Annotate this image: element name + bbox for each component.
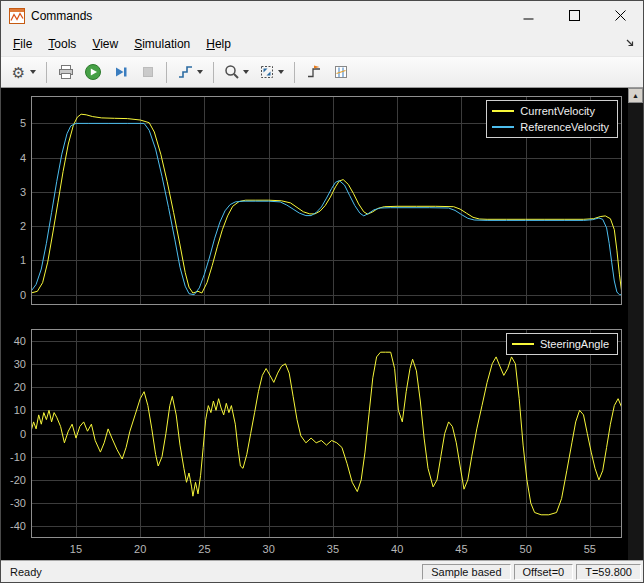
legend[interactable]: SteeringAngle [506,333,618,355]
svg-text:-20: -20 [10,474,26,486]
stop-icon [140,64,156,80]
measurements-icon [333,64,349,80]
svg-text:3: 3 [20,186,26,198]
menubar-items: FileToolsViewSimulationHelp [5,34,239,54]
window-title: Commands [31,9,505,23]
legend-label: ReferenceVelocity [520,121,609,133]
zoom-icon [224,64,240,80]
printer-icon [58,64,74,80]
stepping-options-icon [177,64,194,80]
titlebar[interactable]: Commands [1,1,643,31]
svg-text:20: 20 [14,381,26,393]
toolbar-separator [213,62,214,83]
gear-icon: ⚙ [10,64,27,81]
menu-item-help[interactable]: Help [198,34,239,54]
menu-item-file[interactable]: File [5,34,40,54]
svg-text:50: 50 [520,543,532,555]
step-forward-button[interactable] [108,60,133,85]
svg-text:5: 5 [20,117,26,129]
svg-text:20: 20 [134,543,146,555]
triggers-button[interactable] [301,60,326,85]
menubar: FileToolsViewSimulationHelp [1,31,643,56]
menu-item-view[interactable]: View [84,34,126,54]
print-button[interactable] [53,60,78,85]
legend-label: CurrentVelocity [520,105,595,117]
up-arrow-icon: ▲ [632,92,639,99]
maximize-button[interactable] [551,1,597,31]
status-offset: Offset=0 [514,564,574,580]
svg-text:10: 10 [14,404,26,416]
status-sample-mode: Sample based [422,564,510,580]
scrollbar[interactable]: ▲ [628,88,643,560]
legend-item: SteeringAngle [512,337,609,351]
simulation-stepping-options-button[interactable] [173,60,207,85]
run-button[interactable] [80,60,106,85]
svg-text:55: 55 [584,543,596,555]
trigger-icon [306,64,322,80]
svg-text:30: 30 [14,358,26,370]
legend-item: CurrentVelocity [492,104,609,118]
plot-region: 012345 -40-30-20-10010203040152025303540… [1,88,643,560]
close-icon [615,7,626,25]
legend[interactable]: CurrentVelocityReferenceVelocity [486,100,618,138]
svg-text:0: 0 [20,428,26,440]
status-time: T=59.800 [576,564,641,580]
legend-item: ReferenceVelocity [492,120,609,134]
svg-text:0: 0 [20,289,26,301]
scope-app-icon [9,8,25,24]
dock-icon[interactable] [623,36,637,50]
legend-line-swatch [512,343,534,345]
minimize-icon [523,7,534,25]
dropdown-arrow-icon[interactable] [30,70,36,74]
svg-text:35: 35 [327,543,339,555]
svg-text:-40: -40 [10,520,26,532]
status-message: Ready [3,566,419,578]
toolbar-separator [46,62,47,83]
svg-text:-30: -30 [10,497,26,509]
toolbar: ⚙ [1,56,643,88]
zoom-button[interactable] [220,60,253,85]
legend-line-swatch [492,110,514,112]
dropdown-arrow-icon[interactable] [278,70,284,74]
svg-text:30: 30 [263,543,275,555]
menu-item-tools[interactable]: Tools [40,34,84,54]
window-controls [505,1,643,31]
svg-text:2: 2 [20,220,26,232]
scroll-up-button[interactable]: ▲ [628,88,643,103]
configuration-properties-button[interactable]: ⚙ [6,60,40,85]
minimize-button[interactable] [505,1,551,31]
scope-window: Commands FileToolsViewSimulationHelp [0,0,644,583]
svg-text:25: 25 [198,543,210,555]
svg-text:⚙: ⚙ [12,64,25,81]
svg-text:45: 45 [455,543,467,555]
close-button[interactable] [597,1,643,31]
toolbar-separator [166,62,167,83]
toolbar-separator [294,62,295,83]
maximize-icon [569,7,580,25]
cursor-measurements-button[interactable] [328,60,353,85]
svg-text:-10: -10 [10,451,26,463]
stop-button [135,60,160,85]
svg-text:15: 15 [70,543,82,555]
dropdown-arrow-icon[interactable] [243,70,249,74]
svg-text:4: 4 [20,152,26,164]
menu-item-simulation[interactable]: Simulation [126,34,198,54]
svg-text:40: 40 [391,543,403,555]
step-forward-icon [113,64,129,80]
svg-text:1: 1 [20,254,26,266]
svg-text:40: 40 [14,335,26,347]
fit-to-view-button[interactable] [255,60,288,85]
dropdown-arrow-icon[interactable] [197,70,203,74]
legend-label: SteeringAngle [540,338,609,350]
run-icon [84,63,102,81]
fit-to-view-icon [259,64,275,80]
legend-line-swatch [492,126,514,128]
statusbar: Ready Sample based Offset=0 T=59.800 [1,560,643,582]
